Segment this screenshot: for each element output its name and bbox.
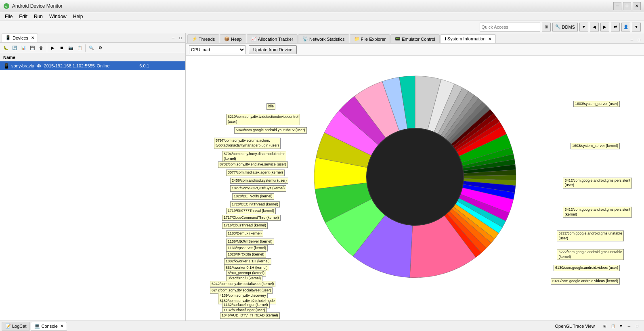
panel-controls: ─ □ <box>629 37 642 43</box>
devices-tab-icon: 📱 <box>5 35 11 40</box>
minimize-right-panel-icon[interactable]: ─ <box>629 37 635 43</box>
devices-tab[interactable]: 📱 Devices ✕ <box>2 34 38 42</box>
ddms-button[interactable]: 🔧 DDMS <box>552 23 578 31</box>
label-6222-kernel: 6222/com.google.android.gms.unstable(ker… <box>557 249 624 260</box>
inspect-icon[interactable]: 🔍 <box>87 44 95 52</box>
dump-icon[interactable]: 📋 <box>76 44 84 52</box>
cause-gc-icon[interactable]: 🗑 <box>37 44 45 52</box>
app-title: Android Device Monitor <box>12 3 613 9</box>
screenshot-icon[interactable]: 📷 <box>67 44 75 52</box>
bottom-icon1[interactable]: ⊞ <box>601 323 608 330</box>
dump-hprof-icon[interactable]: 💾 <box>28 44 36 52</box>
label-1716: 1716/CbusThread (kernel) <box>222 222 268 229</box>
tab-network-statistics[interactable]: 📡 Network Statistics <box>298 34 349 43</box>
bottom-icon3[interactable]: ▼ <box>617 323 625 330</box>
quick-access-input[interactable] <box>480 23 540 31</box>
open-perspective-icon[interactable]: ⊞ <box>542 23 551 31</box>
tab-emulator-control[interactable]: 📟 Emulator Control <box>390 34 440 43</box>
update-from-device-button[interactable]: Update from Device <box>249 45 297 54</box>
label-6210: 6210/com.sony.dtv.tv.dotactiondevicecont… <box>226 114 300 125</box>
tab-threads[interactable]: ⚡ Threads <box>187 34 219 43</box>
menu-file[interactable]: File <box>2 13 16 20</box>
sysinfo-content: CPU load Update from Device <box>186 44 644 321</box>
stop-icon[interactable]: ⏹ <box>58 44 66 52</box>
update-threads-icon[interactable]: 🔄 <box>10 44 19 52</box>
tab-system-information[interactable]: ℹ System Information ✕ <box>440 34 496 43</box>
person-icon[interactable]: 👤 <box>621 23 630 31</box>
allocation-icon: 📈 <box>251 36 257 42</box>
devices-tab-label: Devices <box>13 36 28 40</box>
svg-text:A: A <box>5 5 7 8</box>
menu-help[interactable]: Help <box>70 13 86 20</box>
label-6222-user: 6222/com.google.android.gms.unstable(use… <box>557 230 624 241</box>
maximize-right-panel-icon[interactable]: □ <box>636 37 642 43</box>
tab-heap-label: Heap <box>231 37 241 42</box>
console-tab[interactable]: 💻 Console ✕ <box>31 322 67 331</box>
tracing-icon[interactable]: ▶ <box>49 44 57 52</box>
label-1002: 1002/kworker:1:1H (kernel) <box>224 258 271 265</box>
bottom-icon5[interactable]: □ <box>634 323 641 330</box>
label-6242k: 6242/com.sony.dtv.socialtweet (kernel) <box>210 281 275 287</box>
label-1183: 1183/Demux (kernel) <box>226 230 263 237</box>
label-1719: 1719/SII9777Thread (kernel) <box>226 208 276 214</box>
device-row[interactable]: 📱 sony-bravia_4k_2015-192.168.1.102:5555… <box>0 61 185 70</box>
tab-allocation-tracker[interactable]: 📈 Allocation Tracker <box>247 34 298 43</box>
sync-icon[interactable]: ⇄ <box>611 23 620 31</box>
chart-area: 1603/system_server (user) 1603/system_se… <box>186 56 644 321</box>
ddms-icon: 🔧 <box>555 24 561 29</box>
minimize-panel-icon[interactable]: ─ <box>170 35 176 41</box>
maximize-button[interactable]: □ <box>623 2 631 10</box>
maximize-panel-icon[interactable]: □ <box>177 35 184 41</box>
label-idle: idle <box>266 103 275 110</box>
dropdown-arrow-icon[interactable]: ▼ <box>579 23 588 31</box>
device-name: sony-bravia_4k_2015-192.168.1.102:5555 <box>11 63 97 68</box>
right-panel: ⚡ Threads 📦 Heap 📈 Allocation Tracker 📡 … <box>186 33 644 321</box>
sysinfo-tab-close[interactable]: ✕ <box>488 37 491 41</box>
person-dropdown-icon[interactable]: ▼ <box>632 23 641 31</box>
menu-run[interactable]: Run <box>31 13 46 20</box>
app-icon: A <box>3 3 10 9</box>
tabs-bar: ⚡ Threads 📦 Heap 📈 Allocation Tracker 📡 … <box>186 33 644 44</box>
minimize-button[interactable]: ─ <box>613 2 621 10</box>
devices-tab-close[interactable]: ✕ <box>31 36 34 40</box>
devices-tab-icons: ─ □ <box>170 35 184 41</box>
sysinfo-toolbar: CPU load Update from Device <box>186 44 644 56</box>
label-1028: 1028/IRRXBtn (kernel) <box>226 251 266 258</box>
window-controls: ─ □ ✕ <box>613 2 641 10</box>
update-heap-icon[interactable]: 📊 <box>19 44 27 52</box>
tab-allocation-label: Allocation Tracker <box>258 37 293 42</box>
logcat-icon: 📝 <box>5 323 11 329</box>
nav-back-icon[interactable]: ◀ <box>590 23 599 31</box>
separator2 <box>85 44 86 52</box>
status-text: OpenGL Trace View <box>552 324 598 329</box>
nav-forward-icon[interactable]: ▶ <box>600 23 609 31</box>
device-status: Online <box>97 63 140 68</box>
label-8732: 8732/com.sony.dtv.enclave.service (user) <box>218 161 288 168</box>
logcat-tab[interactable]: 📝 LogCat <box>2 322 30 331</box>
bottom-right-icons: ⊞ 📋 ▼ ─ □ <box>598 323 644 330</box>
label-6130-user: 6130/com.google.android.videos (user) <box>554 265 620 271</box>
cpu-load-dropdown[interactable]: CPU load <box>189 45 245 54</box>
devices-header: Name <box>0 53 185 61</box>
tab-file-explorer[interactable]: 📁 File Explorer <box>350 34 390 43</box>
device-icon: 📱 <box>3 63 10 69</box>
sysinfo-icon: ℹ <box>445 36 446 42</box>
bottom-icon4[interactable]: ─ <box>625 323 633 330</box>
menu-edit[interactable]: Edit <box>16 13 31 20</box>
label-1820: 1820/BE_Notify (kernel) <box>232 193 274 200</box>
menu-window[interactable]: Window <box>46 13 70 20</box>
debug-icon[interactable]: 🐛 <box>2 44 10 52</box>
close-button[interactable]: ✕ <box>633 2 641 10</box>
console-tab-label: Console <box>41 324 57 329</box>
status-bar: 📝 LogCat 💻 Console ✕ OpenGL Trace View ⊞… <box>0 321 644 331</box>
tab-sysinfo-label: System Information <box>447 36 486 41</box>
tab-heap[interactable]: 📦 Heap <box>220 34 246 43</box>
label-5704: 5704/com.sony.huey.dina.module:dmr(kerne… <box>222 151 286 162</box>
console-tab-close[interactable]: ✕ <box>60 324 63 328</box>
label-5940: 5940/com.google.android.youtube.tv (user… <box>234 127 307 134</box>
network-icon: 📡 <box>302 36 308 42</box>
bottom-icon2[interactable]: 📋 <box>609 323 617 330</box>
left-panel: 📱 Devices ✕ ─ □ 🐛 🔄 📊 💾 🗑 ▶ ⏹ 📷 <box>0 33 186 321</box>
toggle-icon[interactable]: ⚙ <box>96 44 104 52</box>
devices-tab-bar: 📱 Devices ✕ ─ □ <box>0 33 185 43</box>
